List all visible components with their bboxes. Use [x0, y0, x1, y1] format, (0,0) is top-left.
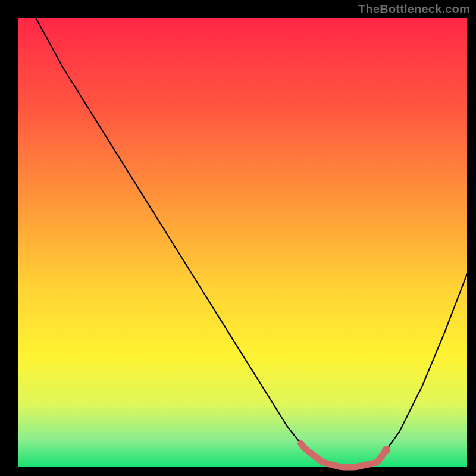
chart-stage: TheBottleneck.com [0, 0, 476, 476]
watermark-text: TheBottleneck.com [358, 2, 470, 16]
svg-rect-1 [18, 18, 467, 467]
bottleneck-chart-svg [0, 0, 476, 476]
svg-point-2 [382, 446, 390, 454]
